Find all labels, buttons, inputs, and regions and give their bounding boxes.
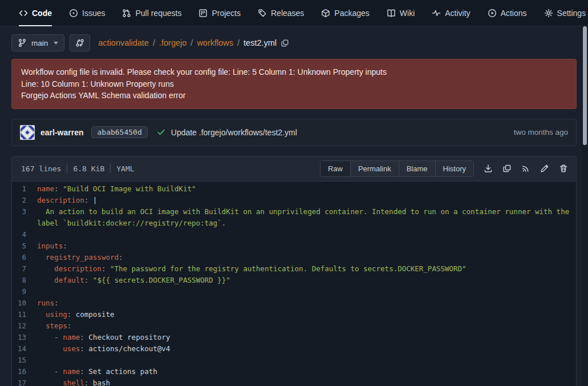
breadcrumb-link[interactable]: workflows	[197, 38, 233, 47]
copy-file-icon[interactable]	[502, 164, 512, 173]
error-message-line: Forgejo Actions YAML Schema validation e…	[21, 90, 567, 102]
code-line-content: runs:	[37, 297, 576, 309]
nav-tab-label: Pull requests	[135, 9, 181, 18]
line-number[interactable]: 12	[12, 320, 37, 332]
line-number[interactable]: 17	[12, 377, 37, 386]
compare-button[interactable]	[70, 34, 90, 51]
line-number[interactable]: 13	[12, 332, 37, 343]
code-line-content	[37, 355, 576, 366]
line-number[interactable]: 5	[12, 240, 37, 252]
nav-tab-activity[interactable]: Activity	[432, 0, 470, 26]
nav-tab-releases[interactable]: Releases	[258, 0, 304, 26]
error-message-line: Workflow config file is invalid. Please …	[21, 66, 567, 78]
repo-navbar: CodeIssuesPull requestsProjectsReleasesP…	[0, 0, 588, 26]
nav-tab-projects[interactable]: Projects	[198, 0, 241, 26]
breadcrumb-current-file: test2.yml	[244, 38, 277, 47]
chevron-down-icon	[54, 42, 58, 45]
raw-button[interactable]: Raw	[321, 161, 350, 176]
file-size: 6.8 KiB	[73, 164, 104, 173]
nav-tab-issues[interactable]: Issues	[69, 0, 105, 26]
code-line: 14 uses: actions/checkout@v4	[12, 343, 576, 355]
code-line: 9	[12, 286, 576, 297]
code-line-content: inputs:	[37, 240, 576, 252]
divider	[110, 164, 111, 173]
code-line: 10runs:	[12, 297, 576, 309]
latest-commit-bar: earl-warren abab65450d Update .forgejo/w…	[11, 119, 577, 146]
file-lines-count: 167 lines	[21, 164, 61, 173]
scrollbar-thumb[interactable]	[583, 26, 587, 145]
code-line: 4	[12, 229, 576, 240]
line-number[interactable]: 1	[12, 183, 37, 195]
permalink-button[interactable]: Permalink	[350, 161, 399, 176]
avatar[interactable]	[20, 125, 35, 140]
file-view-button-group: RawPermalinkBlameHistory	[320, 160, 474, 177]
releases-icon	[258, 9, 267, 18]
line-number[interactable]: 6	[12, 252, 37, 263]
line-number[interactable]: 7	[12, 263, 37, 275]
code-line-content: description: |	[37, 195, 576, 206]
code-line-content	[37, 286, 576, 297]
delete-icon[interactable]	[559, 164, 568, 173]
code-line: 11 using: composite	[12, 309, 576, 320]
blame-button[interactable]: Blame	[399, 161, 435, 176]
download-icon[interactable]	[484, 164, 493, 173]
code-line-content: description: "The password for the regis…	[37, 263, 576, 275]
line-number[interactable]: 14	[12, 343, 37, 355]
nav-tab-packages[interactable]: Packages	[321, 0, 369, 26]
breadcrumb-separator: /	[237, 38, 240, 47]
error-message-line: Line: 10 Column 1: Unknown Property runs	[21, 78, 567, 90]
code-line-content: shell: bash	[37, 377, 576, 386]
breadcrumb-link[interactable]: actionvalidate	[98, 38, 149, 47]
commit-author[interactable]: earl-warren	[40, 128, 83, 137]
file-info: 167 lines 6.8 KiB YAML	[18, 164, 135, 173]
rss-icon[interactable]	[521, 164, 530, 173]
history-button[interactable]: History	[435, 161, 473, 176]
git-compare-icon	[75, 38, 84, 47]
nav-tab-label: Packages	[334, 9, 369, 18]
edit-icon[interactable]	[540, 164, 549, 173]
code-line-content: - name: Checkout repository	[37, 332, 576, 343]
code-icon	[19, 9, 28, 18]
nav-tab-actions[interactable]: Actions	[488, 0, 527, 26]
code-line-content: registry_password:	[37, 252, 576, 263]
commit-hash-badge[interactable]: abab65450d	[91, 126, 147, 138]
branch-selector-label: main	[31, 39, 48, 47]
nav-tab-pull-requests[interactable]: Pull requests	[122, 0, 181, 26]
commit-status-check-icon[interactable]	[157, 128, 165, 136]
commit-message[interactable]: Update .forgejo/workflows/test2.yml	[171, 128, 297, 137]
line-number[interactable]: 8	[12, 275, 37, 286]
code-line-content: default: "${{ secrets.DOCKER_PASSWORD }}…	[37, 275, 576, 286]
line-number[interactable]: 3	[12, 206, 37, 229]
nav-tab-label: Projects	[212, 9, 241, 18]
nav-tab-code[interactable]: Code	[19, 0, 52, 26]
file-action-icons	[484, 164, 568, 173]
code-line: 17 shell: bash	[12, 377, 576, 386]
nav-tab-wiki[interactable]: Wiki	[387, 0, 415, 26]
code-line: 2description: |	[12, 195, 576, 206]
git-branch-icon	[18, 38, 27, 47]
line-number[interactable]: 15	[12, 355, 37, 366]
line-number[interactable]: 16	[12, 366, 37, 377]
line-number[interactable]: 9	[12, 286, 37, 297]
code-line-content: name: "Build OCI Image with BuildKit"	[37, 183, 576, 195]
line-number[interactable]: 10	[12, 297, 37, 309]
branch-selector-button[interactable]: main	[11, 34, 64, 51]
code-line-content: An action to build an OCI image with Bui…	[37, 206, 576, 229]
file-view-panel: 167 lines 6.8 KiB YAML RawPermalinkBlame…	[11, 156, 577, 386]
nav-tab-label: Activity	[445, 9, 470, 18]
copy-path-icon[interactable]	[281, 39, 289, 47]
nav-tab-label: Releases	[271, 9, 304, 18]
breadcrumb-separator: /	[153, 38, 155, 47]
line-number[interactable]: 2	[12, 195, 37, 206]
page-scrollbar[interactable]	[582, 26, 588, 386]
nav-tab-settings[interactable]: Settings	[544, 0, 586, 26]
code-line: 8 default: "${{ secrets.DOCKER_PASSWORD …	[12, 275, 576, 286]
nav-tab-label: Issues	[82, 9, 105, 18]
line-number[interactable]: 11	[12, 309, 37, 320]
breadcrumb: actionvalidate/.forgejo/workflows/test2.…	[98, 38, 277, 47]
issues-icon	[69, 9, 78, 18]
breadcrumb-link[interactable]: .forgejo	[159, 38, 186, 47]
code-line-content	[37, 229, 576, 240]
breadcrumb-separator: /	[190, 38, 193, 47]
line-number[interactable]: 4	[12, 229, 37, 240]
